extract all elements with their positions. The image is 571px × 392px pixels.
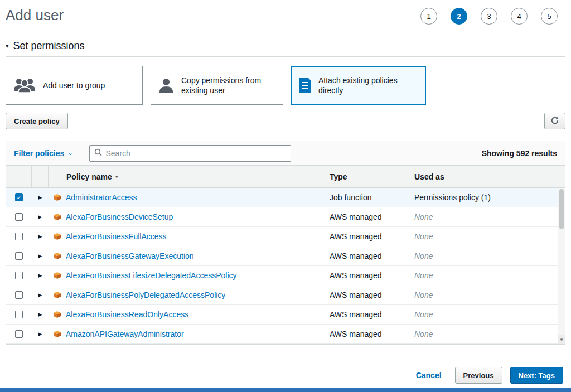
- refresh-button[interactable]: [544, 113, 565, 129]
- expand-caret-icon[interactable]: ▶: [38, 312, 42, 317]
- filter-bar: Filter policies ⌄ Showing 592 results: [6, 141, 565, 166]
- sort-descending-icon: ▾: [115, 173, 118, 180]
- page-title: Add user: [6, 7, 64, 24]
- policy-search-box[interactable]: [89, 145, 291, 162]
- row-checkbox[interactable]: [15, 213, 23, 221]
- policy-name-link[interactable]: AlexaForBusinessDeviceSetup: [66, 212, 173, 221]
- policy-icon: [53, 233, 61, 240]
- row-checkbox[interactable]: [15, 193, 23, 201]
- section-title: Set permissions: [13, 40, 85, 52]
- policy-type: AWS managed: [325, 330, 410, 338]
- user-icon: [158, 77, 175, 94]
- add-user-wizard: Add user 12345 ▾ Set permissions: [0, 0, 571, 392]
- scrollbar-thumb[interactable]: [559, 189, 564, 229]
- expand-caret-icon[interactable]: ▶: [38, 273, 42, 278]
- chevron-down-icon: ⌄: [67, 149, 72, 157]
- expand-caret-icon[interactable]: ▶: [38, 292, 42, 298]
- search-input[interactable]: [105, 149, 286, 158]
- scrollbar-down-arrow[interactable]: ▼: [558, 335, 565, 344]
- refresh-icon: [550, 116, 559, 127]
- previous-button[interactable]: Previous: [455, 367, 502, 384]
- option-copy-permissions[interactable]: Copy permissions from existing user: [151, 66, 283, 105]
- set-permissions-section-header[interactable]: ▾ Set permissions: [6, 40, 565, 57]
- policy-used-as: None: [410, 330, 565, 338]
- step-5: 5: [541, 8, 558, 25]
- next-tags-button[interactable]: Next: Tags: [510, 367, 564, 384]
- policy-type: AWS managed: [325, 251, 410, 260]
- policy-icon: [53, 193, 61, 201]
- policy-name-link[interactable]: AlexaForBusinessFullAccess: [66, 232, 167, 241]
- policy-type: Job function: [325, 193, 410, 202]
- header-type[interactable]: Type: [325, 166, 410, 187]
- policy-icon: [53, 252, 61, 260]
- header-expand-cell: [32, 166, 49, 187]
- permission-options: Add user to group Copy permissions from …: [6, 66, 565, 105]
- row-checkbox[interactable]: [15, 330, 23, 338]
- policy-used-as: None: [410, 212, 565, 221]
- policy-name-link[interactable]: AlexaForBusinessGatewayExecution: [66, 251, 194, 260]
- step-4: 4: [511, 8, 528, 25]
- policy-list-panel: Filter policies ⌄ Showing 592 results: [6, 141, 565, 345]
- table-header: Policy name ▾ Type Used as: [6, 166, 565, 188]
- policy-name-link[interactable]: AlexaForBusinessReadOnlyAccess: [66, 310, 188, 319]
- policy-used-as: Permissions policy (1): [410, 193, 565, 202]
- row-checkbox[interactable]: [15, 311, 23, 318]
- policy-type: AWS managed: [325, 271, 410, 280]
- step-indicator: 12345: [420, 7, 565, 25]
- wizard-footer: Cancel Previous Next: Tags: [0, 363, 571, 388]
- policy-used-as: None: [410, 271, 565, 280]
- policy-name-link[interactable]: AlexaForBusinessLifesizeDelegatedAccessP…: [66, 271, 237, 280]
- table-row[interactable]: ▶ AdministratorAccess Job function Permi…: [6, 188, 565, 207]
- collapse-icon: ▾: [6, 42, 9, 50]
- table-row[interactable]: ▶ AlexaForBusinessLifesizeDelegatedAcces…: [6, 266, 565, 285]
- option-add-user-to-group[interactable]: Add user to group: [6, 66, 143, 105]
- policy-used-as: None: [410, 251, 565, 260]
- header-used-as[interactable]: Used as: [410, 166, 565, 187]
- policy-used-as: None: [410, 291, 565, 299]
- vertical-scrollbar[interactable]: ▼: [558, 188, 565, 344]
- expand-caret-icon[interactable]: ▶: [38, 234, 42, 239]
- expand-caret-icon[interactable]: ▶: [38, 331, 42, 337]
- policy-toolbar: Create policy: [6, 113, 565, 129]
- policy-name-link[interactable]: AdministratorAccess: [66, 193, 137, 202]
- filter-label: Filter policies: [14, 149, 64, 158]
- cancel-link[interactable]: Cancel: [416, 371, 442, 380]
- row-checkbox[interactable]: [15, 291, 23, 299]
- policy-type: AWS managed: [325, 291, 410, 299]
- row-checkbox[interactable]: [15, 252, 23, 260]
- policy-icon: [53, 272, 61, 279]
- option-label: Attach existing policies directly: [318, 75, 419, 95]
- create-policy-button[interactable]: Create policy: [6, 113, 68, 129]
- footer-accent-strip: [0, 388, 571, 392]
- header-checkbox-cell: [6, 166, 32, 187]
- table-body: ▶ AdministratorAccess Job function Permi…: [6, 188, 565, 344]
- policy-type: AWS managed: [325, 310, 410, 319]
- table-row[interactable]: ▶ AlexaForBusinessFullAccess AWS managed…: [6, 227, 565, 246]
- row-checkbox[interactable]: [15, 233, 23, 240]
- option-label: Add user to group: [43, 80, 105, 90]
- filter-policies-dropdown[interactable]: Filter policies ⌄: [14, 149, 72, 158]
- expand-caret-icon[interactable]: ▶: [38, 253, 42, 259]
- table-row[interactable]: ▶ AlexaForBusinessPolyDelegatedAccessPol…: [6, 285, 565, 305]
- table-row[interactable]: ▶ AlexaForBusinessDeviceSetup AWS manage…: [6, 207, 565, 227]
- policy-icon: [53, 291, 61, 299]
- policy-icon: [53, 213, 61, 221]
- search-icon: [94, 148, 102, 158]
- expand-caret-icon[interactable]: ▶: [38, 214, 42, 220]
- option-attach-existing-policies[interactable]: Attach existing policies directly: [291, 66, 426, 105]
- step-2: 2: [451, 8, 467, 25]
- table-row[interactable]: ▶ AmazonAPIGatewayAdministrator AWS mana…: [6, 325, 565, 344]
- policy-name-link[interactable]: AmazonAPIGatewayAdministrator: [66, 330, 184, 338]
- table-row[interactable]: ▶ AlexaForBusinessGatewayExecution AWS m…: [6, 246, 565, 266]
- row-checkbox[interactable]: [15, 272, 23, 279]
- policy-type: AWS managed: [325, 232, 410, 241]
- document-icon: [298, 77, 312, 94]
- table-row[interactable]: ▶ AlexaForBusinessReadOnlyAccess AWS man…: [6, 305, 565, 325]
- step-1: 1: [420, 8, 437, 25]
- policy-icon: [53, 311, 61, 318]
- results-count: Showing 592 results: [482, 149, 557, 158]
- policy-name-link[interactable]: AlexaForBusinessPolyDelegatedAccessPolic…: [66, 291, 225, 299]
- header-policy-name[interactable]: Policy name ▾: [49, 166, 325, 187]
- group-icon: [13, 77, 36, 94]
- expand-caret-icon[interactable]: ▶: [38, 195, 42, 200]
